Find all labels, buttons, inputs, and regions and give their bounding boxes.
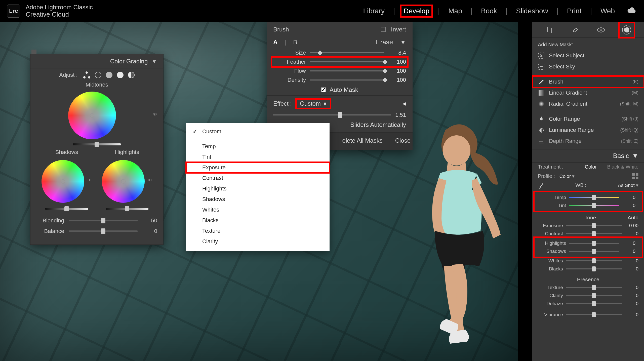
basic-collapse-icon[interactable]: ▼ <box>632 152 638 160</box>
balance-value: 0 <box>142 228 157 234</box>
svg-point-0 <box>443 135 470 166</box>
shadows-wheel[interactable] <box>42 160 84 203</box>
adjust-mode-row: Adjust : <box>36 71 157 78</box>
texture-row[interactable]: Texture0 <box>532 284 644 292</box>
brush-options-caret-icon[interactable]: ▼ <box>400 39 406 46</box>
treatment-color[interactable]: Color <box>585 164 597 170</box>
menu-item-custom[interactable]: ✓Custom <box>186 126 330 137</box>
masking-tool-icon[interactable] <box>621 24 632 35</box>
effect-collapse-icon[interactable]: ◀ <box>403 101 406 106</box>
density-row[interactable]: Density 100 <box>273 77 406 83</box>
panel-collapse-icon[interactable]: ▼ <box>151 58 157 65</box>
highlights-visibility-icon[interactable]: 👁 <box>148 178 152 183</box>
menu-item-clarity[interactable]: Clarity <box>186 236 330 247</box>
module-slideshow[interactable]: Slideshow <box>513 6 551 17</box>
dehaze-row[interactable]: Dehaze0 <box>532 300 644 308</box>
adjust-highlights-icon[interactable] <box>117 72 124 78</box>
menu-item-blacks[interactable]: Blacks <box>186 215 330 226</box>
menu-item-texture[interactable]: Texture <box>186 226 330 236</box>
svg-point-2 <box>600 29 602 31</box>
adjust-midtones-icon[interactable] <box>106 72 112 78</box>
blending-value: 50 <box>142 217 157 224</box>
blending-label: Blending <box>36 217 64 224</box>
brush-a[interactable]: A <box>273 39 277 46</box>
mask-brush[interactable]: Brush (K) <box>532 76 644 87</box>
brush-erase[interactable]: Erase <box>376 38 393 46</box>
mask-luminance-range[interactable]: ◐ Luminance Range (Shift+Q) <box>532 125 644 136</box>
blending-row[interactable]: Blending 50 <box>36 217 157 224</box>
effect-dropdown[interactable]: Custom ▲▼ <box>296 99 330 108</box>
vibrance-row[interactable]: Vibrance0 <box>532 311 644 319</box>
menu-item-shadows[interactable]: Shadows <box>186 194 330 205</box>
contrast-row[interactable]: Contrast0 <box>532 230 644 238</box>
density-label: Density <box>273 77 306 83</box>
panel-dock-tab[interactable] <box>31 50 36 54</box>
menu-item-whites[interactable]: Whites <box>186 205 330 215</box>
adjust-global-icon[interactable] <box>128 72 135 78</box>
adjust-three-way-icon[interactable] <box>83 71 90 78</box>
subject-icon <box>538 52 545 59</box>
redeye-tool-icon[interactable] <box>595 24 607 35</box>
delete-all-masks[interactable]: elete All Masks <box>342 137 383 144</box>
adjust-shadows-icon[interactable] <box>95 72 101 78</box>
feather-label: Feather <box>273 59 306 65</box>
shadows-label: Shadows <box>55 149 78 155</box>
tint-row[interactable]: Tint 0 <box>535 202 641 210</box>
cloud-sync-icon[interactable] <box>626 7 637 15</box>
color-range-icon <box>538 115 545 123</box>
wb-select[interactable]: As Shot <box>618 182 638 188</box>
midtones-wheel[interactable] <box>68 92 116 139</box>
wb-dropper-icon[interactable] <box>538 182 544 190</box>
mask-linear[interactable]: Linear Gradient (M) <box>532 87 644 98</box>
menu-item-temp[interactable]: Temp <box>186 141 330 152</box>
menu-item-highlights[interactable]: Highlights <box>186 183 330 194</box>
highlights-row[interactable]: Highlights0 <box>535 239 641 247</box>
menu-item-exposure[interactable]: Exposure <box>186 162 330 173</box>
flow-row[interactable]: Flow 100 <box>273 68 406 74</box>
automask-checkbox[interactable]: ✓ <box>321 87 326 92</box>
profile-browser-icon[interactable] <box>632 173 638 179</box>
module-book[interactable]: Book <box>478 6 500 17</box>
mask-depth-range[interactable]: Depth Range (Shift+Z) <box>532 136 644 147</box>
brush-b[interactable]: B <box>293 39 297 46</box>
feather-row[interactable]: Feather 100 <box>273 59 406 65</box>
shadows-luminance-slider[interactable] <box>45 208 88 210</box>
highlights-wheel[interactable] <box>102 160 145 203</box>
heal-tool-icon[interactable] <box>570 24 581 35</box>
exposure-row[interactable]: Exposure0.00 <box>532 222 644 230</box>
select-subject[interactable]: Select Subject <box>532 50 644 61</box>
midtones-luminance-slider[interactable] <box>73 143 121 145</box>
midtones-visibility-icon[interactable]: 👁 <box>153 112 157 117</box>
menu-item-contrast[interactable]: Contrast <box>186 173 330 183</box>
blacks-row[interactable]: Blacks0 <box>532 265 644 273</box>
select-sky[interactable]: Select Sky <box>532 61 644 72</box>
menu-item-tint[interactable]: Tint <box>186 152 330 162</box>
amount-value: 1.51 <box>395 112 406 118</box>
module-picker: Library| Develop| Map| Book| Slideshow| … <box>360 6 617 17</box>
clarity-row[interactable]: Clarity0 <box>532 292 644 300</box>
whites-row[interactable]: Whites0 <box>532 257 644 265</box>
profile-select[interactable]: Color <box>559 173 575 179</box>
profile-label: Profile : <box>538 173 555 179</box>
mask-color-range[interactable]: Color Range (Shift+J) <box>532 113 644 125</box>
shadows-row[interactable]: Shadows0 <box>535 247 641 255</box>
amount-row[interactable]: 1.51 <box>273 112 406 118</box>
invert-checkbox[interactable] <box>381 27 386 32</box>
module-map[interactable]: Map <box>446 6 464 17</box>
mask-radial[interactable]: Radial Gradient (Shift+M) <box>532 98 644 109</box>
temp-row[interactable]: Temp 0 <box>535 193 641 202</box>
module-web[interactable]: Web <box>598 6 617 17</box>
module-print[interactable]: Print <box>565 6 584 17</box>
balance-row[interactable]: Balance 0 <box>36 228 157 234</box>
shadows-visibility-icon[interactable]: 👁 <box>87 178 92 183</box>
treatment-bw[interactable]: Black & White <box>607 164 638 170</box>
close-button[interactable]: Close <box>395 137 411 144</box>
size-row[interactable]: Size 8.4 <box>273 50 406 56</box>
module-library[interactable]: Library <box>360 6 387 17</box>
crop-tool-icon[interactable] <box>544 24 555 35</box>
highlights-luminance-slider[interactable] <box>106 208 148 210</box>
flow-label: Flow <box>273 68 306 74</box>
auto-tone[interactable]: Auto <box>628 215 638 221</box>
module-develop[interactable]: Develop <box>401 6 432 17</box>
basic-title: Basic <box>613 152 629 160</box>
